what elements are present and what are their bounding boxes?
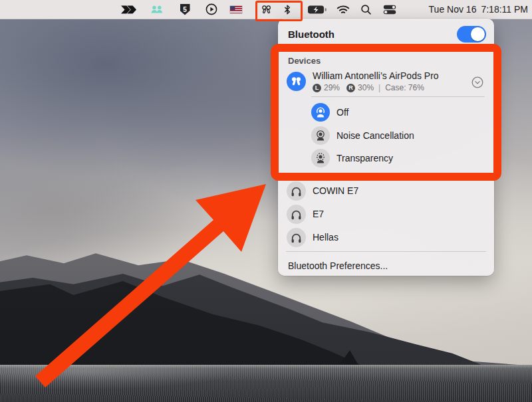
bluetooth-preferences-item[interactable]: Bluetooth Preferences... [282, 256, 490, 275]
search-icon [360, 4, 372, 15]
device-name: Hellas [313, 226, 338, 249]
headphones-icon [287, 181, 306, 201]
bluetooth-header-row: Bluetooth [288, 24, 486, 44]
menubar-item-input-language[interactable] [229, 0, 243, 19]
bluetooth-toggle[interactable] [457, 26, 486, 43]
annotation-highlight-rect [271, 44, 501, 181]
battery-charging-icon [307, 5, 327, 15]
menubar-item-people[interactable] [149, 0, 165, 19]
device-row-cowin-e7[interactable]: COWIN E7 [282, 179, 490, 202]
menubar-item-workflow[interactable] [121, 0, 137, 19]
wallpaper-sea [0, 365, 532, 402]
headphones-icon [287, 228, 306, 247]
bluetooth-title: Bluetooth [288, 29, 334, 40]
shield-label: 5 [183, 6, 187, 13]
menubar-item-battery[interactable] [307, 0, 327, 19]
menubar-time: 7:18:11 PM [481, 4, 528, 15]
menubar-item-spotlight[interactable] [358, 0, 374, 19]
device-name: E7 [313, 203, 324, 225]
bluetooth-preferences-label: Bluetooth Preferences... [288, 260, 388, 271]
menubar-date: Tue Nov 16 [429, 4, 477, 15]
annotation-menubar-box [255, 1, 303, 21]
device-row-hellas[interactable]: Hellas [282, 226, 490, 249]
divider [286, 251, 486, 252]
toggle-knob [471, 27, 485, 41]
people-icon [150, 5, 164, 13]
headphones-icon [287, 205, 306, 224]
headphones-glyph-icon [289, 207, 304, 222]
menubar-item-shield[interactable]: 5 [177, 0, 193, 19]
menubar-item-wifi[interactable] [335, 0, 351, 19]
us-flag-icon [230, 6, 242, 13]
menubar-clock[interactable]: Tue Nov 16 7:18:11 PM [429, 0, 528, 19]
control-center-icon [383, 5, 396, 15]
headphones-glyph-icon [289, 230, 304, 245]
desktop-screenshot: 5 [0, 0, 532, 402]
play-circle-icon [205, 3, 217, 15]
device-row-e7[interactable]: E7 [282, 203, 490, 225]
shield-5-icon: 5 [180, 4, 190, 15]
menubar-item-play[interactable] [203, 0, 219, 19]
wifi-icon [336, 5, 350, 15]
device-name: COWIN E7 [313, 179, 358, 202]
menubar-item-control-center[interactable] [382, 0, 398, 19]
workflow-arrows-icon [121, 5, 137, 15]
headphones-glyph-icon [289, 183, 304, 199]
